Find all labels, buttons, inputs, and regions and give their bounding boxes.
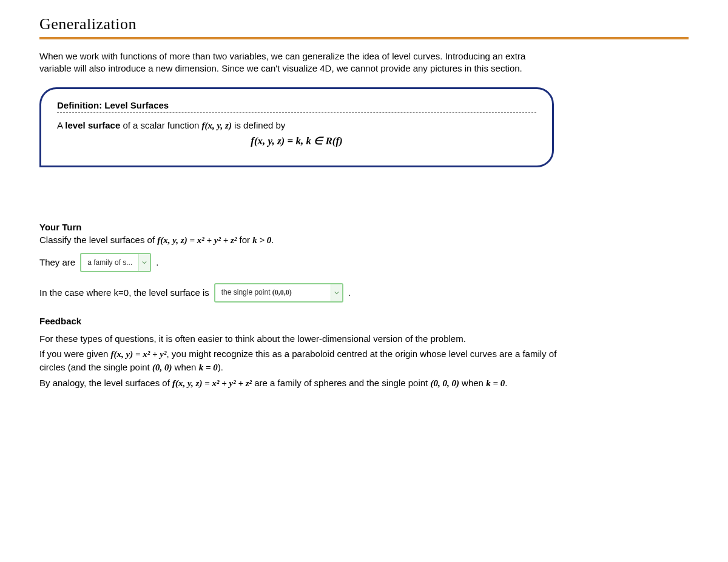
answer-row-2: In the case where k=0, the level surface… [39,283,689,303]
intro-paragraph: When we work with functions of more than… [39,50,537,75]
answer-text: . [348,287,351,298]
answer-text: They are [39,257,75,267]
answer-select-1[interactable]: a family of s... [80,253,151,272]
select-value: the single point (0,0,0) [215,288,331,297]
definition-equation: f(x, y, z) = k, k ∈ R(f) [57,135,536,147]
fb-text: If you were given [39,349,111,359]
chevron-down-icon [331,284,342,301]
fb-text: when [172,362,198,372]
answer-text: In the case where k=0, the level surface… [39,287,209,298]
select-value: a family of s... [81,258,138,267]
chevron-down-icon [138,254,150,271]
prompt-text: for [237,235,252,245]
fb-text: . [505,378,507,388]
def-text: of a scalar function [120,120,201,130]
your-turn-label: Your Turn [39,222,689,232]
title-rule [39,37,689,39]
feedback-label: Feedback [39,316,689,326]
prompt-text: Classify the level surfaces of [39,235,157,245]
feedback-paragraph: If you were given f(x, y) = x² + y², you… [39,347,561,374]
fb-math: k = 0 [199,363,218,372]
def-text: A [57,120,65,130]
select-value-text: the single point [221,288,272,296]
answer-select-2[interactable]: the single point (0,0,0) [214,283,343,303]
definition-body: A level surface of a scalar function f(x… [57,120,536,131]
fb-math: f(x, y) = x² + y² [111,349,167,359]
def-text: is defined by [232,120,285,130]
prompt-math: f(x, y, z) = x² + y² + z² [157,235,237,245]
def-math: f(x, y, z) [202,121,232,130]
select-value-math: (0,0,0) [272,288,292,296]
your-turn-prompt: Classify the level surfaces of f(x, y, z… [39,235,689,246]
fb-math: (0, 0, 0) [430,378,459,388]
definition-box: Definition: Level Surfaces A level surfa… [39,87,554,167]
answer-row-1: They are a family of s... . [39,253,689,272]
fb-text: when [459,378,486,388]
fb-math: f(x, y, z) = x² + y² + z² [172,378,252,388]
def-term: level surface [65,120,120,130]
fb-math: (0, 0) [152,363,172,372]
fb-text: ). [218,362,223,372]
answer-text: . [156,257,158,267]
feedback-paragraph: By analogy, the level surfaces of f(x, y… [39,376,561,390]
feedback-paragraph: For these types of questions, it is ofte… [39,332,561,345]
prompt-text: . [271,235,274,245]
fb-math: k = 0 [486,378,505,388]
definition-heading: Definition: Level Surfaces [57,100,536,113]
fb-text: By analogy, the level surfaces of [39,378,172,388]
prompt-math: k > 0 [252,235,271,245]
page-title: Generalization [39,15,689,33]
fb-text: are a family of spheres and the single p… [252,378,430,388]
